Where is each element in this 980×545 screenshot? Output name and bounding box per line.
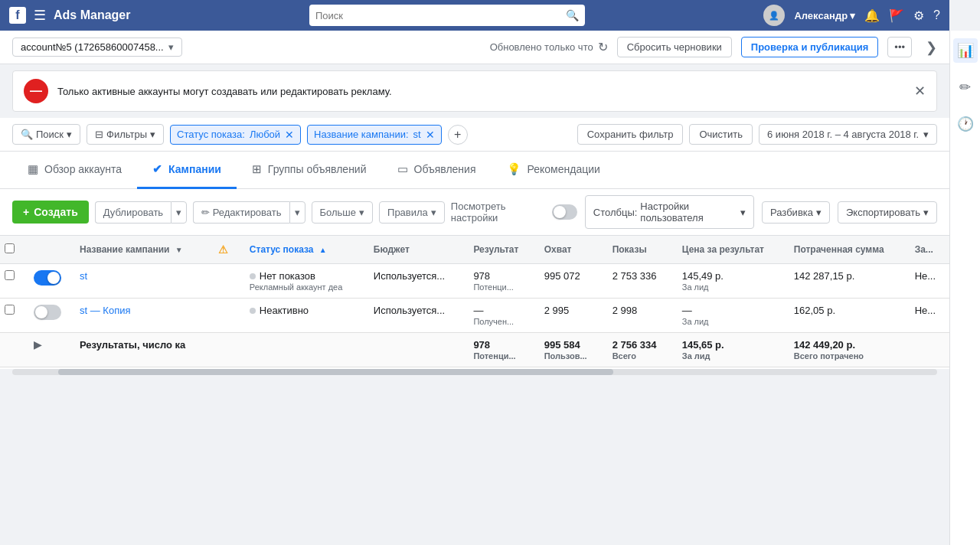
- th-budget[interactable]: Бюджет: [364, 236, 465, 264]
- top-nav: f ☰ Ads Manager 🔍 👤 Александр ▾ 🔔 🚩 ⚙ ?: [0, 0, 949, 31]
- scrollbar-thumb[interactable]: [58, 369, 613, 375]
- chart-icon[interactable]: 📊: [953, 38, 978, 63]
- row1-campaign-link[interactable]: st: [80, 270, 87, 282]
- th-reach[interactable]: Охват: [535, 236, 603, 264]
- tab-ads-label: Объявления: [414, 163, 476, 175]
- table-row: st Нет показов Рекламный аккаунт дea Исп…: [0, 264, 949, 299]
- create-icon: +: [23, 206, 29, 218]
- duplicate-button[interactable]: Дублировать: [95, 201, 171, 224]
- columns-value: Настройки пользователя: [640, 201, 737, 224]
- right-sidebar: 📊 ✏ 🕐: [949, 31, 980, 378]
- filters-button[interactable]: ⊟ Фильтры ▾: [87, 124, 164, 145]
- view-settings-label: Посмотреть настройки: [451, 201, 545, 224]
- date-range-arrow: ▾: [923, 129, 929, 140]
- row2-campaign-link[interactable]: st — Копия: [80, 305, 130, 316]
- clear-filter-button[interactable]: Очистить: [689, 124, 753, 145]
- account-selector[interactable]: account№5 (17265860007458... ▾: [12, 38, 182, 57]
- flag-icon[interactable]: 🚩: [889, 8, 904, 23]
- hamburger-icon[interactable]: ☰: [34, 7, 46, 24]
- tag1-label: Статус показа:: [177, 129, 245, 140]
- more-button[interactable]: Больше ▾: [312, 201, 374, 224]
- clock-icon[interactable]: 🕐: [953, 112, 978, 136]
- th-impressions[interactable]: Показы: [603, 236, 673, 264]
- edit-arrow[interactable]: ▾: [289, 201, 305, 224]
- duplicate-split-button: Дублировать ▾: [95, 201, 187, 224]
- alert-close-button[interactable]: ✕: [914, 83, 926, 100]
- export-button[interactable]: Экспортировать ▾: [838, 201, 937, 224]
- row1-toggle[interactable]: [34, 270, 61, 286]
- row1-toggle-cell: [24, 264, 70, 299]
- export-arrow: ▾: [923, 207, 929, 218]
- search-input[interactable]: [315, 10, 561, 21]
- row1-checkbox-cell: [0, 264, 24, 299]
- tag1-remove-button[interactable]: ✕: [285, 129, 294, 141]
- edit-button[interactable]: ✏ Редактировать: [193, 201, 289, 224]
- add-filter-button[interactable]: +: [448, 125, 468, 145]
- search-wrap: 🔍: [138, 5, 756, 26]
- row2-result: — Получен...: [464, 299, 534, 333]
- username: Александр ▾: [794, 10, 855, 21]
- columns-button[interactable]: Столбцы: Настройки пользователя ▾: [585, 195, 754, 229]
- tag2-remove-button[interactable]: ✕: [426, 129, 435, 141]
- overview-icon: ▦: [28, 162, 38, 176]
- date-range-picker[interactable]: 6 июня 2018 г. – 4 августа 2018 г. ▾: [759, 124, 937, 145]
- settings-row: Посмотреть настройки Столбцы: Настройки …: [451, 195, 937, 229]
- review-publish-button[interactable]: Проверка и публикация: [741, 37, 879, 57]
- save-filter-button[interactable]: Сохранить фильтр: [577, 124, 684, 145]
- filter-bar: 🔍 Поиск ▾ ⊟ Фильтры ▾ Статус показа: Люб…: [0, 118, 949, 152]
- row1-toggle-knob: [47, 272, 60, 284]
- reset-drafts-button[interactable]: Сбросить черновики: [617, 37, 732, 57]
- row1-impressions: 2 753 336: [603, 264, 673, 299]
- more-arrow: ▾: [359, 207, 364, 218]
- th-cpr[interactable]: Цена за результат: [673, 236, 785, 264]
- account-dropdown-arrow: ▾: [168, 41, 174, 53]
- row2-name: st — Копия: [70, 299, 209, 333]
- tabs-bar: ▦ Обзор аккаунта ✔ Кампании ⊞ Группы объ…: [0, 152, 949, 189]
- horizontal-scrollbar[interactable]: [0, 369, 949, 378]
- row1-checkbox[interactable]: [5, 270, 15, 280]
- app-title: Ads Manager: [54, 8, 130, 22]
- tab-campaigns[interactable]: ✔ Кампании: [137, 152, 237, 189]
- tab-ads[interactable]: ▭ Объявления: [382, 152, 492, 189]
- collapse-icon[interactable]: ❯: [926, 39, 937, 56]
- th-spent[interactable]: Потраченная сумма: [785, 236, 906, 264]
- tag1-value: Любой: [250, 129, 280, 140]
- columns-label: Столбцы:: [593, 207, 638, 218]
- alert-bar: — Только активные аккаунты могут создава…: [12, 70, 937, 112]
- tab-overview-label: Обзор аккаунта: [44, 163, 122, 175]
- ad-sets-icon: ⊞: [252, 162, 262, 176]
- select-all-checkbox[interactable]: [5, 243, 15, 253]
- breakdown-button[interactable]: Разбивка ▾: [762, 201, 830, 224]
- row2-toggle-cell: [24, 299, 70, 333]
- more-options-button[interactable]: •••: [887, 37, 912, 57]
- th-status[interactable]: Статус показа ▲: [240, 236, 364, 264]
- row2-cpr: — За лид: [673, 299, 785, 333]
- rules-button[interactable]: Правила ▾: [379, 201, 445, 224]
- edit-sidebar-icon[interactable]: ✏: [953, 75, 978, 100]
- help-icon[interactable]: ?: [933, 8, 940, 22]
- select-all-header[interactable]: [0, 236, 24, 264]
- th-extra[interactable]: За...: [906, 236, 949, 264]
- row2-toggle[interactable]: [34, 305, 61, 320]
- summary-result: 978 Потенци...: [464, 333, 534, 367]
- alert-text: Только активные аккаунты могут создавать…: [57, 86, 905, 97]
- refresh-button[interactable]: ↻: [598, 40, 608, 54]
- duplicate-arrow[interactable]: ▾: [171, 201, 187, 224]
- notifications-icon[interactable]: 🔔: [864, 8, 880, 23]
- row2-spent: 162,05 р.: [785, 299, 906, 333]
- settings-icon[interactable]: ⚙: [913, 8, 924, 23]
- view-settings-toggle[interactable]: [552, 204, 577, 220]
- th-result[interactable]: Результат: [464, 236, 534, 264]
- row2-checkbox[interactable]: [5, 305, 15, 315]
- tab-overview[interactable]: ▦ Обзор аккаунта: [12, 152, 137, 189]
- name-sort-icon: ▼: [175, 246, 183, 254]
- search-filter-button[interactable]: 🔍 Поиск ▾: [12, 124, 80, 145]
- row1-name: st: [70, 264, 209, 299]
- create-button[interactable]: + Создать: [12, 201, 89, 224]
- tab-recommendations[interactable]: 💡 Рекомендации: [492, 152, 616, 189]
- tag2-value: st: [413, 129, 421, 140]
- expand-icon[interactable]: ▶: [34, 339, 41, 351]
- tag2-label: Название кампании:: [314, 129, 408, 140]
- th-name[interactable]: Название кампании ▼: [70, 236, 209, 264]
- tab-ad-sets[interactable]: ⊞ Группы объявлений: [237, 152, 382, 189]
